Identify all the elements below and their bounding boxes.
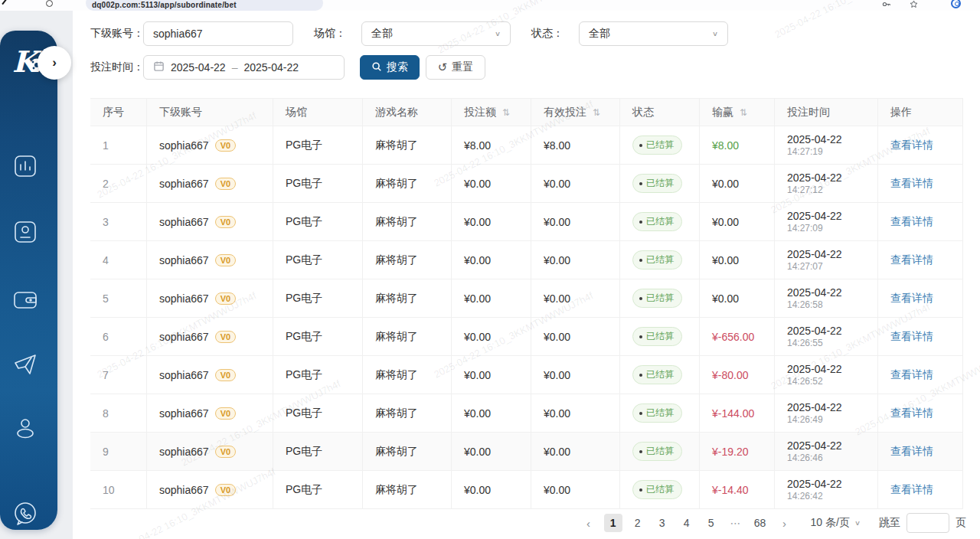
page-number-4[interactable]: 4 — [678, 514, 696, 532]
cell-index: 1 — [90, 126, 147, 165]
view-details-link[interactable]: 查看详情 — [890, 253, 933, 267]
venue-select-value: 全部 — [371, 27, 393, 41]
status-dot — [639, 259, 642, 262]
status-text: 已结算 — [646, 177, 674, 190]
view-details-link[interactable]: 查看详情 — [890, 445, 933, 459]
bet-time: 2025-04-2214:27:12 — [787, 172, 842, 196]
cell-bet-time: 2025-04-2214:26:42 — [775, 471, 878, 509]
search-button-label: 搜索 — [387, 60, 408, 74]
venue-select[interactable]: 全部 ∨ — [361, 21, 511, 46]
status-badge: 已结算 — [632, 365, 682, 384]
page-size-select[interactable]: 10 条/页 ∨ — [811, 516, 861, 530]
page-ellipsis[interactable]: ⋯ — [727, 514, 745, 532]
cell-venue: PG电子 — [273, 203, 363, 241]
reset-button[interactable]: ↺ 重置 — [426, 55, 485, 80]
promotion-icon — [10, 349, 41, 383]
cell-status: 已结算 — [620, 318, 700, 356]
view-details-link[interactable]: 查看详情 — [890, 483, 933, 497]
view-details-link[interactable]: 查看详情 — [890, 215, 933, 229]
password-key-icon[interactable] — [882, 0, 890, 10]
cell-venue: PG电子 — [273, 394, 363, 433]
sidebar-item-promotion[interactable] — [0, 349, 51, 383]
view-details-link[interactable]: 查看详情 — [890, 330, 933, 344]
column-header-6[interactable]: 有效投注⇅ — [531, 99, 620, 126]
filter-form: 下级账号： sophia667 场馆： 全部 ∨ 状态： 全部 ∨ 投注时间： — [90, 21, 971, 89]
sidebar-item-members[interactable] — [0, 217, 51, 250]
table-row: 10sophia667V0PG电子麻将胡了¥0.00¥0.00已结算¥-14.4… — [90, 471, 963, 509]
page-number-3[interactable]: 3 — [653, 514, 671, 532]
cell-game: 麻将胡了 — [363, 433, 452, 471]
status-dot — [639, 182, 642, 185]
bet-date: 2025-04-22 — [787, 363, 842, 376]
view-details-link[interactable]: 查看详情 — [890, 407, 933, 420]
column-header-8[interactable]: 输赢⇅ — [700, 99, 775, 126]
cell-index: 2 — [90, 165, 147, 203]
status-badge: 已结算 — [632, 442, 682, 461]
cell-account: sophia667V0 — [147, 471, 273, 509]
account-name: sophia667 — [159, 446, 209, 458]
address-bar[interactable]: dq002p.com:5113/app/subordinate/bet — [86, 0, 323, 11]
sidebar-item-analytics[interactable] — [0, 152, 51, 184]
bookmark-star-icon[interactable] — [910, 0, 918, 10]
cell-game: 麻将胡了 — [363, 279, 452, 318]
cell-winloss: ¥0.00 — [700, 241, 775, 279]
cell-action: 查看详情 — [878, 356, 963, 394]
search-button[interactable]: 搜索 — [360, 55, 420, 80]
cell-venue: PG电子 — [273, 433, 363, 471]
sort-icon[interactable]: ⇅ — [502, 107, 510, 118]
account-name: sophia667 — [159, 331, 209, 343]
view-details-link[interactable]: 查看详情 — [890, 292, 933, 305]
sidebar-expand-button[interactable]: › — [38, 46, 71, 80]
row-number: 4 — [103, 254, 109, 266]
profile-avatar-icon[interactable] — [951, 0, 961, 8]
cell-status: 已结算 — [620, 279, 700, 318]
view-details-link[interactable]: 查看详情 — [890, 368, 933, 382]
account-input[interactable]: sophia667 — [143, 21, 293, 46]
winloss-amount: ¥8.00 — [712, 139, 739, 152]
prev-page-button[interactable]: ‹ — [580, 514, 598, 532]
sort-icon[interactable]: ⇅ — [593, 107, 600, 118]
page-number-1[interactable]: 1 — [604, 514, 622, 532]
sort-icon[interactable]: ⇅ — [740, 107, 747, 118]
page-number-68[interactable]: 68 — [751, 514, 769, 532]
column-header-10: 操作 — [878, 99, 963, 126]
column-header-5[interactable]: 投注额⇅ — [452, 99, 531, 126]
sidebar-item-support[interactable] — [0, 498, 51, 533]
cell-valid-bet: ¥0.00 — [531, 471, 620, 509]
table-row: 5sophia667V0PG电子麻将胡了¥0.00¥0.00已结算¥0.0020… — [90, 279, 963, 318]
cell-valid-bet: ¥0.00 — [531, 165, 620, 203]
status-select[interactable]: 全部 ∨ — [579, 21, 728, 46]
bet-clock: 14:27:07 — [787, 261, 842, 273]
status-badge: 已结算 — [632, 174, 682, 193]
status-dot — [639, 450, 642, 453]
filter-row-1: 下级账号： sophia667 场馆： 全部 ∨ 状态： 全部 ∨ — [90, 21, 971, 46]
view-details-link[interactable]: 查看详情 — [890, 139, 933, 152]
page-number-2[interactable]: 2 — [629, 514, 647, 532]
cell-action: 查看详情 — [878, 203, 963, 241]
account-name: sophia667 — [159, 254, 209, 266]
cell-index: 10 — [90, 471, 147, 509]
reload-icon[interactable] — [46, 0, 53, 7]
sidebar-item-profile[interactable] — [0, 413, 51, 447]
view-details-link[interactable]: 查看详情 — [890, 177, 933, 191]
winloss-amount: ¥-19.20 — [712, 446, 748, 458]
bet-clock: 14:26:46 — [787, 452, 842, 464]
cell-venue: PG电子 — [273, 241, 363, 279]
status-text: 已结算 — [646, 330, 674, 343]
date-range-picker[interactable]: 2025-04-22 – 2025-04-22 — [143, 55, 345, 80]
cell-index: 9 — [90, 433, 147, 471]
row-number: 8 — [103, 407, 109, 420]
cell-status: 已结算 — [620, 203, 700, 241]
column-header-label: 投注额 — [464, 106, 496, 119]
page-number-5[interactable]: 5 — [702, 514, 720, 532]
jump-page-input[interactable] — [906, 513, 949, 533]
level-badge: V0 — [215, 254, 236, 266]
account-name: sophia667 — [159, 292, 209, 305]
cell-venue: PG电子 — [273, 318, 363, 356]
column-header-label: 场馆 — [286, 106, 307, 119]
next-page-button[interactable]: › — [776, 514, 794, 532]
date-from-value: 2025-04-22 — [171, 61, 226, 74]
sidebar-item-wallet[interactable] — [0, 285, 51, 318]
account-input-value: sophia667 — [153, 28, 203, 40]
status-dot — [639, 412, 642, 415]
